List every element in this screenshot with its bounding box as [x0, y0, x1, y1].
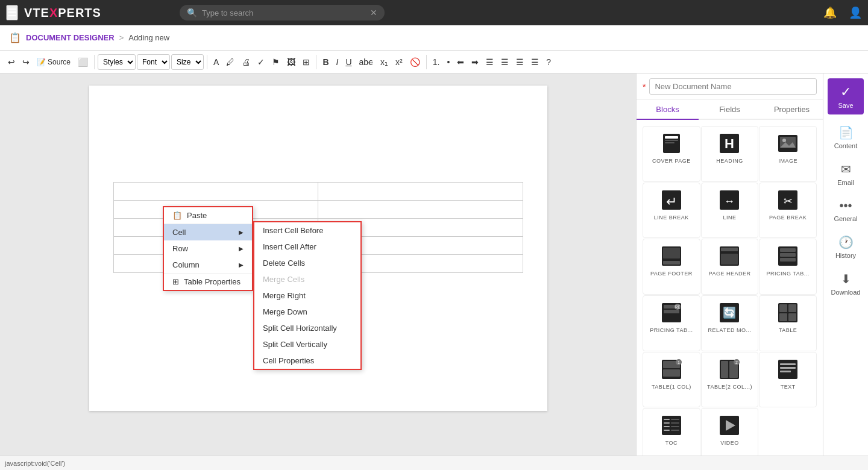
svg-text:✂: ✂	[784, 195, 793, 207]
toc-icon	[659, 415, 684, 436]
general-button[interactable]: ••• General	[823, 194, 868, 227]
size-select[interactable]: Size	[171, 54, 204, 70]
align-justify-button[interactable]: ☰	[528, 55, 542, 69]
align-center-button[interactable]: ☰	[498, 55, 512, 69]
text-icon	[776, 359, 800, 380]
content-icon: 📄	[838, 125, 854, 140]
split-vertical[interactable]: Split Cell Vertically	[254, 336, 360, 352]
font-select[interactable]: Font	[137, 54, 170, 70]
table-button[interactable]: ⊞	[300, 55, 313, 69]
cell-submenu: Insert Cell Before Insert Cell After Del…	[253, 221, 362, 370]
strikethrough-button[interactable]: abc̶	[356, 55, 377, 69]
merge-down[interactable]: Merge Down	[254, 304, 360, 320]
delete-cells[interactable]: Delete Cells	[254, 255, 360, 271]
block-table-2col[interactable]: 2 TABLE(2 COL...)	[701, 352, 759, 408]
clear-format-button[interactable]: 🚫	[407, 55, 423, 69]
table-cell[interactable]	[318, 201, 523, 219]
block-line-break[interactable]: ↵ LINE BREAK	[643, 183, 700, 239]
block-line[interactable]: ↔ LINE	[701, 183, 759, 239]
app-logo: VTEXPERTS	[24, 6, 101, 20]
block-pricing-tab-2[interactable]: RE PRICING TAB...	[643, 295, 700, 351]
heading-label: HEADING	[716, 158, 743, 164]
editor-area[interactable]: 📋 Paste Cell ▶ Row ▶ Column ▶ ⊞ Table Pr…	[0, 74, 636, 470]
align-right-button[interactable]: ☰	[513, 55, 527, 69]
breadcrumb: 📋 DOCUMENT DESIGNER > Adding new	[0, 25, 868, 51]
svg-rect-53	[664, 419, 670, 420]
split-horizontal[interactable]: Split Cell Horizontally	[254, 320, 360, 336]
maximize-button[interactable]: ⬜	[75, 55, 91, 69]
merge-right[interactable]: Merge Right	[254, 287, 360, 304]
bold-button[interactable]: B	[319, 55, 332, 69]
save-label: Save	[838, 102, 853, 109]
cell-properties[interactable]: Cell Properties	[254, 352, 360, 369]
email-button[interactable]: ✉ Email	[823, 157, 868, 191]
insert-cell-after[interactable]: Insert Cell After	[254, 239, 360, 255]
content-button[interactable]: 📄 Content	[823, 121, 868, 154]
font-color-button[interactable]: A	[210, 55, 222, 69]
tab-properties[interactable]: Properties	[761, 100, 823, 120]
outdent-button[interactable]: ⬅	[454, 55, 467, 69]
paste-label: Paste	[187, 211, 207, 220]
table-2col-label: TABLE(2 COL...)	[707, 384, 752, 390]
help-button[interactable]: ?	[543, 55, 554, 69]
underline-button[interactable]: U	[342, 55, 354, 69]
spell-check-button[interactable]: ✓	[254, 55, 268, 69]
tab-blocks[interactable]: Blocks	[637, 100, 699, 120]
svg-text:1: 1	[678, 360, 680, 365]
profile-icon[interactable]: 👤	[849, 6, 862, 19]
table-cell[interactable]	[113, 183, 318, 201]
block-page-header[interactable]: PAGE HEADER	[701, 239, 759, 295]
styles-select[interactable]: Styles	[98, 54, 136, 70]
block-pricing-tab-1[interactable]: PRICING TAB...	[759, 239, 817, 295]
table-cell[interactable]	[318, 183, 523, 201]
context-paste[interactable]: 📋 Paste	[164, 207, 252, 224]
hamburger-menu[interactable]: ☰	[6, 5, 18, 20]
editor-toolbar: ↩ ↪ 📝 Source ⬜ Styles Font Size A 🖊 🖨 ✓ …	[0, 51, 868, 74]
context-cell[interactable]: Cell ▶	[164, 224, 252, 240]
block-related-mo[interactable]: 🔄 RELATED MO...	[701, 295, 759, 351]
indent-button[interactable]: ➡	[468, 55, 482, 69]
unordered-list-button[interactable]: •	[444, 55, 453, 69]
context-row[interactable]: Row ▶	[164, 240, 252, 257]
search-input[interactable]	[202, 8, 365, 17]
block-cover-page[interactable]: COVER PAGE	[643, 126, 700, 182]
context-column[interactable]: Column ▶	[164, 257, 252, 273]
tab-fields[interactable]: Fields	[699, 100, 761, 120]
superscript-button[interactable]: x²	[392, 55, 406, 69]
save-button[interactable]: ✓ Save	[828, 78, 864, 114]
block-table-1col[interactable]: 1 TABLE(1 COL)	[643, 352, 700, 408]
italic-button[interactable]: I	[333, 55, 342, 69]
flag-button[interactable]: ⚑	[269, 55, 283, 69]
history-icon: 🕐	[838, 235, 854, 249]
align-left-button[interactable]: ☰	[483, 55, 497, 69]
svg-rect-17	[663, 261, 680, 265]
history-button[interactable]: 🕐 History	[823, 230, 868, 264]
block-page-break[interactable]: ✂ PAGE BREAK	[759, 183, 817, 239]
table-row	[113, 183, 523, 201]
document-name-input[interactable]	[649, 78, 817, 95]
breadcrumb-icon: 📋	[9, 32, 21, 43]
text-label: TEXT	[781, 384, 796, 390]
download-button[interactable]: ⬇ Download	[823, 267, 868, 301]
print-button[interactable]: 🖨	[239, 55, 253, 69]
context-table-properties[interactable]: ⊞ Table Properties	[164, 274, 252, 290]
block-page-footer[interactable]: PAGE FOOTER	[643, 239, 700, 295]
block-table[interactable]: TABLE	[759, 295, 817, 351]
block-text[interactable]: TEXT	[759, 352, 817, 408]
undo-button[interactable]: ↩	[5, 55, 18, 69]
notifications-icon[interactable]: 🔔	[823, 6, 837, 19]
table-1col-label: TABLE(1 COL)	[652, 384, 691, 390]
highlight-button[interactable]: 🖊	[223, 55, 237, 69]
cover-page-label: COVER PAGE	[652, 158, 691, 164]
insert-cell-before[interactable]: Insert Cell Before	[254, 222, 360, 239]
image-button[interactable]: 🖼	[284, 55, 298, 69]
subscript-button[interactable]: x₁	[377, 55, 391, 69]
block-heading[interactable]: H HEADING	[701, 126, 759, 182]
ordered-list-button[interactable]: 1.	[430, 55, 443, 69]
block-image[interactable]: IMAGE	[759, 126, 817, 182]
breadcrumb-section[interactable]: DOCUMENT DESIGNER	[26, 33, 115, 42]
required-star: *	[643, 82, 646, 92]
redo-button[interactable]: ↪	[19, 55, 33, 69]
clear-search-icon[interactable]: ✕	[370, 8, 377, 17]
source-button[interactable]: 📝 Source	[34, 56, 74, 68]
